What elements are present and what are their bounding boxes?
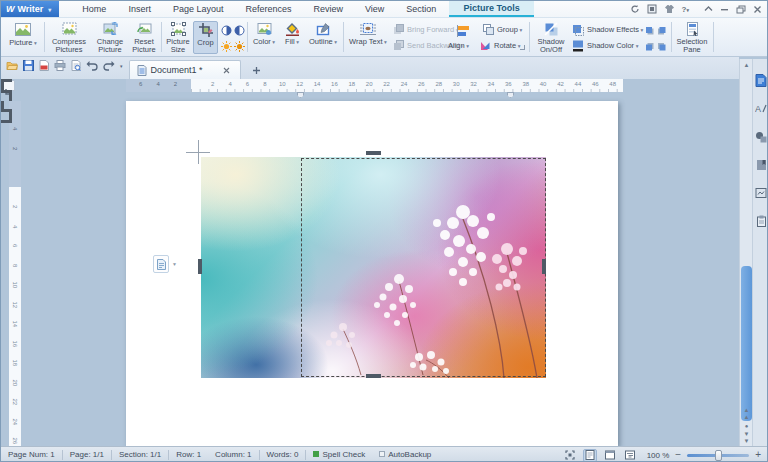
crop-handle-top-right[interactable]: [1, 90, 12, 101]
undo-icon[interactable]: [86, 57, 98, 75]
zoom-level[interactable]: 100 %: [647, 451, 670, 460]
print-icon[interactable]: [54, 57, 66, 75]
fill-button[interactable]: Fill: [279, 21, 305, 54]
zoom-in-button[interactable]: +: [755, 451, 761, 459]
layout-options-caret-icon[interactable]: ▼: [172, 261, 177, 267]
crop-handle-bottom[interactable]: [366, 374, 381, 378]
brightness-up-button[interactable]: [221, 40, 232, 53]
menu-tab[interactable]: Home: [71, 1, 117, 17]
zoom-slider[interactable]: [687, 454, 749, 457]
menu-tab[interactable]: Review: [302, 1, 354, 17]
ruler-crop-marker-right[interactable]: [507, 92, 514, 98]
crop-region[interactable]: [301, 158, 546, 377]
web-layout-view-icon[interactable]: [603, 449, 617, 462]
horizontal-ruler[interactable]: 642 246810121416182022242628303234363840…: [126, 79, 618, 92]
shadow-style-3-button[interactable]: [645, 40, 655, 53]
fill-label: Fill: [285, 38, 299, 47]
qat-dropdown-icon[interactable]: ▾: [120, 63, 123, 69]
panel-icon-document[interactable]: [755, 73, 767, 91]
group-icon: [483, 24, 494, 35]
crop-handle-bottom-right[interactable]: [1, 112, 12, 123]
panel-icon-bookmark[interactable]: [756, 157, 767, 175]
spell-check-toggle[interactable]: Spell Check: [306, 450, 372, 460]
menu-tab[interactable]: References: [234, 1, 302, 17]
wrap-text-icon: [360, 22, 376, 36]
tab-picture-tools[interactable]: Picture Tools: [449, 1, 533, 17]
selection-pane-button[interactable]: Selection Pane: [675, 21, 709, 54]
panel-icon-proofing[interactable]: A: [755, 101, 767, 119]
status-page: Page: 1/1: [63, 450, 112, 460]
open-icon[interactable]: [6, 57, 18, 75]
writer-menu-button[interactable]: W Writer: [1, 1, 59, 17]
shadow-onoff-button[interactable]: Shadow On/Off: [533, 21, 569, 54]
scrollbar-thumb[interactable]: [741, 266, 752, 421]
shadow-style-2-button[interactable]: [657, 24, 667, 37]
shadow-effects-button[interactable]: Shadow Effects: [572, 23, 643, 36]
reset-picture-button[interactable]: Reset Picture: [129, 21, 159, 54]
writer-logo-icon: W: [6, 4, 15, 14]
crop-handle-bottom-left[interactable]: [1, 101, 12, 112]
export-pdf-icon[interactable]: [39, 57, 49, 75]
tab-close-icon[interactable]: [221, 64, 233, 76]
arrange-dialog-launcher[interactable]: [520, 45, 525, 50]
restore-icon[interactable]: [736, 5, 746, 14]
change-picture-button[interactable]: Change Picture: [92, 21, 128, 54]
menu-tab[interactable]: Page Layout: [162, 1, 235, 17]
picture-size-icon: [171, 22, 186, 36]
refresh-icon[interactable]: [630, 4, 640, 14]
close-icon[interactable]: [753, 5, 762, 14]
outline-button[interactable]: Outline: [306, 21, 340, 54]
status-column: Column: 1: [208, 450, 259, 460]
new-tab-icon[interactable]: [251, 64, 263, 76]
page-layout-view-icon[interactable]: [583, 449, 597, 462]
print-preview-icon[interactable]: [71, 57, 81, 75]
contrast-down-button[interactable]: [234, 24, 245, 37]
fullscreen-view-icon[interactable]: [563, 449, 577, 462]
zoom-slider-thumb[interactable]: [715, 450, 722, 461]
panel-icon-clipboard[interactable]: [756, 213, 767, 231]
autobackup-toggle[interactable]: AutoBackup: [372, 450, 438, 460]
crop-button[interactable]: Crop: [193, 21, 218, 54]
shadow-color-button[interactable]: Shadow Color: [572, 39, 638, 52]
vertical-ruler[interactable]: 42 2468101214161820222426: [9, 101, 21, 446]
group-button[interactable]: Group: [483, 23, 522, 36]
layout-options-button[interactable]: [153, 255, 169, 273]
panel-icon-preview[interactable]: [755, 185, 767, 203]
resources-icon[interactable]: [647, 4, 657, 14]
picture-size-button[interactable]: Picture Size: [164, 21, 192, 54]
vertical-scrollbar[interactable]: ▲ ▲▲ ● ▼▼: [739, 59, 752, 446]
crop-handle-left[interactable]: [198, 259, 202, 274]
contrast-up-button[interactable]: [221, 24, 232, 37]
rotate-button[interactable]: Rotate: [480, 39, 520, 52]
ruler-crop-marker-left[interactable]: [297, 92, 304, 98]
send-backward-icon: [393, 40, 404, 51]
compress-pictures-button[interactable]: Compress Pictures: [47, 21, 91, 54]
crop-handle-right[interactable]: [542, 259, 546, 274]
spell-check-label: Spell Check: [322, 450, 365, 459]
document-canvas[interactable]: 642 246810121416182022242628303234363840…: [1, 79, 739, 446]
brightness-down-button[interactable]: [234, 40, 245, 53]
skin-icon[interactable]: [664, 4, 675, 14]
menu-tab[interactable]: View: [354, 1, 395, 17]
help-icon[interactable]: ?▾: [682, 5, 689, 14]
svg-text:A: A: [755, 104, 761, 114]
crop-handle-top[interactable]: [366, 151, 381, 155]
minimize-icon[interactable]: [720, 5, 729, 13]
picture-button[interactable]: Picture: [4, 21, 42, 54]
panel-icon-shapes[interactable]: [755, 129, 767, 147]
zoom-out-button[interactable]: −: [675, 451, 681, 459]
save-icon[interactable]: [23, 57, 34, 75]
collapse-ribbon-icon[interactable]: [704, 5, 713, 13]
picture-label: Picture: [9, 39, 37, 48]
shadow-style-1-button[interactable]: [645, 24, 655, 37]
wrap-text-button[interactable]: Wrap Text: [347, 21, 389, 54]
menu-tab[interactable]: Insert: [117, 1, 162, 17]
menu-tab[interactable]: Section: [395, 1, 447, 17]
writer-window: W Writer HomeInsertPage LayoutReferences…: [0, 0, 768, 462]
shadow-style-4-button[interactable]: [657, 40, 667, 53]
document-tab[interactable]: Document1 *: [129, 60, 241, 79]
outline-view-icon[interactable]: [623, 449, 637, 462]
color-button[interactable]: Color: [250, 21, 278, 54]
align-button[interactable]: Align: [448, 39, 469, 52]
redo-icon[interactable]: [103, 57, 115, 75]
